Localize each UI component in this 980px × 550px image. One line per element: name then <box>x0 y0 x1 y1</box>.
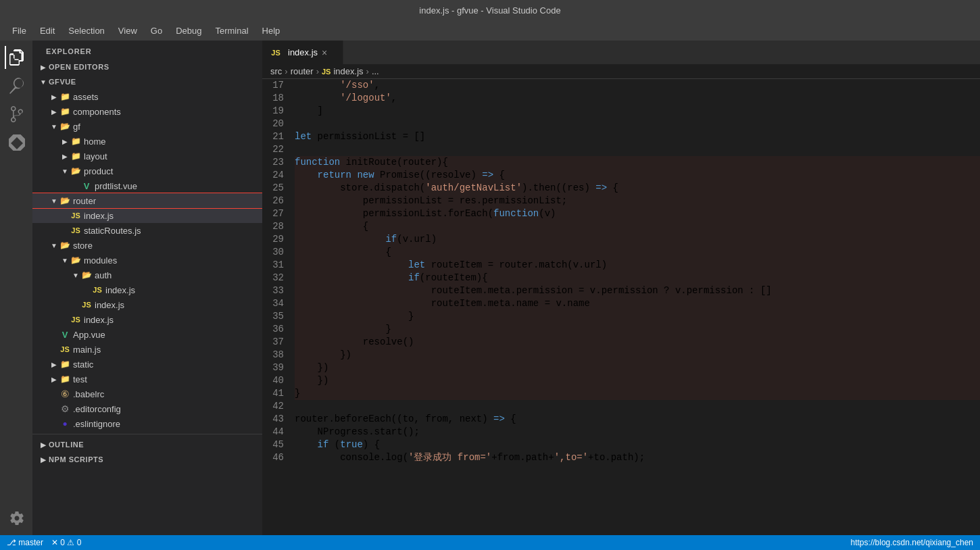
babelrc-icon: ⑥ <box>59 389 70 399</box>
git-branch[interactable]: ⎇ master <box>7 538 43 547</box>
code-line: store.dispatch('auth/getNavList').then((… <box>295 182 980 195</box>
line-number: 21 <box>262 130 284 143</box>
sidebar-item-assets[interactable]: ▶ 📁 assets <box>32 89 262 104</box>
activity-scm[interactable] <box>5 103 28 126</box>
sidebar-item-static[interactable]: ▶ 📁 static <box>32 357 262 372</box>
sidebar-item-appvue[interactable]: ▶ V App.vue <box>32 327 262 342</box>
code-line: }) <box>295 374 980 387</box>
line-number: 39 <box>262 361 284 374</box>
folder-icon: 📁 <box>70 151 81 161</box>
line-number: 38 <box>262 349 284 361</box>
sidebar-item-product[interactable]: ▼ 📂 product <box>32 164 262 178</box>
line-number: 41 <box>262 387 284 400</box>
code-line: if (true) { <box>295 439 980 451</box>
error-count[interactable]: ✕ 0 ⚠ 0 <box>51 538 81 547</box>
code-editor[interactable]: 1718192021222324252627282930313233343536… <box>262 79 980 535</box>
sidebar-item-prdtlist[interactable]: ▶ V prdtlist.vue <box>32 178 262 193</box>
gear-icon: ⚙ <box>59 403 70 414</box>
project-label: GFVUE <box>49 78 76 86</box>
status-bar: ⎇ master ✕ 0 ⚠ 0 https://blog.csdn.net/q… <box>0 535 980 550</box>
breadcrumb-router[interactable]: router <box>291 66 314 76</box>
folder-open-icon: 📂 <box>70 166 81 176</box>
menu-bar: File Edit Selection View Go Debug Termin… <box>0 20 980 41</box>
sidebar-item-modules[interactable]: ▼ 📂 modules <box>32 253 262 268</box>
explorer-header: EXPLORER <box>32 41 262 59</box>
folder-icon: 📁 <box>59 374 70 384</box>
code-line <box>295 400 980 413</box>
menu-help[interactable]: Help <box>257 24 286 37</box>
sidebar-item-store[interactable]: ▼ 📂 store <box>32 238 262 253</box>
sidebar-item-auth[interactable]: ▼ 📂 auth <box>32 268 262 282</box>
sidebar-content[interactable]: ▶ OPEN EDITORS ▼ GFVUE ▶ 📁 assets ▶ 📁 co… <box>32 59 262 535</box>
js-icon: JS <box>70 210 81 221</box>
sidebar-item-test[interactable]: ▶ 📁 test <box>32 372 262 386</box>
activity-search[interactable] <box>5 74 28 97</box>
folder-open-icon: 📂 <box>59 121 70 132</box>
sidebar-item-mainjs[interactable]: ▶ JS main.js <box>32 342 262 357</box>
sidebar-item-indexjs-modules[interactable]: ▶ JS index.js <box>32 312 262 327</box>
line-number: 36 <box>262 323 284 336</box>
folder-icon: 📁 <box>59 359 70 370</box>
code-line: router.beforeEach((to, from, next) => { <box>295 413 980 426</box>
sidebar-item-staticroutes[interactable]: ▶ JS staticRoutes.js <box>32 223 262 238</box>
folder-icon: 📁 <box>59 106 70 117</box>
sidebar-item-router[interactable]: ▼ 📂 router <box>32 193 262 208</box>
sidebar-item-layout[interactable]: ▶ 📁 layout <box>32 149 262 164</box>
code-line: } <box>295 323 980 336</box>
activity-settings[interactable] <box>5 507 28 530</box>
code-line: ] <box>295 105 980 118</box>
code-content: 1718192021222324252627282930313233343536… <box>262 79 980 464</box>
vue-icon: V <box>59 329 70 340</box>
folder-open-icon: 📂 <box>81 270 92 280</box>
menu-file[interactable]: File <box>7 24 32 37</box>
folder-open-icon: 📂 <box>59 195 70 206</box>
activity-explorer[interactable] <box>5 46 28 69</box>
sidebar-item-indexjs-auth[interactable]: ▶ JS index.js <box>32 282 262 297</box>
sidebar-item-gf[interactable]: ▼ 📂 gf <box>32 119 262 134</box>
tab-label: index.js <box>288 47 318 57</box>
menu-edit[interactable]: Edit <box>34 24 60 37</box>
js-icon: JS <box>81 299 92 310</box>
line-number: 24 <box>262 169 284 182</box>
code-line <box>295 143 980 156</box>
sidebar-item-indexjs-store[interactable]: ▶ JS index.js <box>32 297 262 312</box>
sidebar-item-editorconfig[interactable]: ▶ ⚙ .editorconfig <box>32 401 262 416</box>
line-number: 37 <box>262 336 284 349</box>
code-line: function initRoute(router){ <box>295 156 980 169</box>
line-number: 34 <box>262 297 284 310</box>
code-line: '/sso', <box>295 79 980 92</box>
breadcrumb-dots: ... <box>372 66 379 76</box>
menu-go[interactable]: Go <box>145 24 168 37</box>
eslint-icon: ● <box>59 418 70 429</box>
sidebar-item-eslintignore[interactable]: ▶ ● .eslintignore <box>32 416 262 431</box>
menu-selection[interactable]: Selection <box>63 24 109 37</box>
line-number: 31 <box>262 259 284 272</box>
outline-section-header[interactable]: ▶ OUTLINE <box>32 437 262 452</box>
line-number: 44 <box>262 426 284 439</box>
tab-indexjs[interactable]: JS index.js × <box>262 41 343 64</box>
breadcrumb-indexjs[interactable]: index.js <box>333 66 363 76</box>
sidebar-item-components[interactable]: ▶ 📁 components <box>32 104 262 119</box>
menu-view[interactable]: View <box>113 24 143 37</box>
code-line: if(v.url) <box>295 233 980 246</box>
line-number: 29 <box>262 233 284 246</box>
title-bar: index.js - gfvue - Visual Studio Code <box>0 0 980 20</box>
open-editors-arrow: ▶ <box>38 61 49 72</box>
open-editors-section[interactable]: ▶ OPEN EDITORS <box>32 59 262 74</box>
sidebar-item-indexjs-router[interactable]: ▶ JS index.js <box>32 208 262 223</box>
code-line: NProgress.start(); <box>295 426 980 439</box>
sidebar-item-babelrc[interactable]: ▶ ⑥ .babelrc <box>32 386 262 401</box>
breadcrumb-src[interactable]: src <box>270 66 282 76</box>
menu-debug[interactable]: Debug <box>170 24 207 37</box>
sidebar-item-home[interactable]: ▶ 📁 home <box>32 134 262 149</box>
project-root[interactable]: ▼ GFVUE <box>32 74 262 89</box>
line-number: 27 <box>262 207 284 220</box>
tab-close-button[interactable]: × <box>322 48 327 57</box>
activity-bar-bottom <box>5 507 28 535</box>
js-icon: JS <box>70 314 81 325</box>
npm-scripts-section-header[interactable]: ▶ NPM SCRIPTS <box>32 452 262 467</box>
activity-extensions[interactable] <box>5 131 28 154</box>
code-lines[interactable]: '/sso', '/logout', ]let permissionList =… <box>289 79 980 464</box>
code-line: resolve() <box>295 336 980 349</box>
menu-terminal[interactable]: Terminal <box>210 24 253 37</box>
